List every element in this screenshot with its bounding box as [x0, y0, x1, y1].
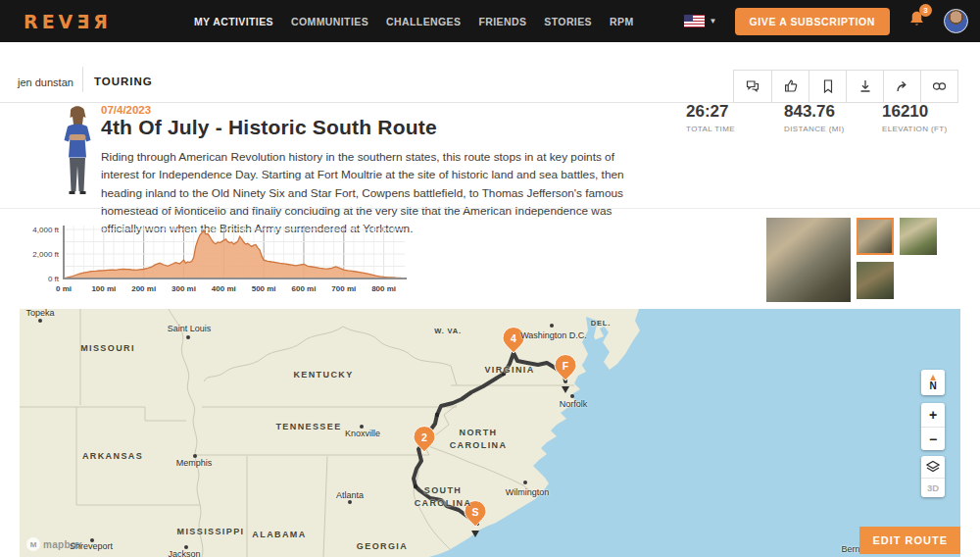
breadcrumb-username[interactable]: jen dunstan [18, 76, 74, 88]
rever-route-page: REVƎЯ MY ACTIVITIES COMMUNITIES CHALLENG… [0, 0, 980, 557]
svg-text:2: 2 [421, 431, 427, 443]
like-button[interactable] [771, 71, 808, 102]
mapbox-logo-icon: M [26, 537, 40, 551]
chevron-down-icon: ▼ [710, 17, 717, 25]
copy-link-button[interactable] [920, 71, 957, 102]
comments-button[interactable] [734, 71, 771, 102]
svg-text:4: 4 [511, 332, 516, 344]
bookmark-icon [820, 78, 836, 94]
route-photo-large[interactable] [766, 218, 851, 302]
compass-label: N [929, 380, 936, 391]
layers-button[interactable] [921, 456, 945, 478]
nav-item-challenges[interactable]: CHALLENGES [386, 16, 461, 27]
download-button[interactable] [846, 71, 883, 102]
us-flag-icon [684, 15, 705, 27]
compass-button[interactable]: N [921, 370, 945, 395]
comments-icon [745, 78, 760, 94]
svg-text:100 mi: 100 mi [91, 284, 116, 293]
svg-text:800 mi: 800 mi [371, 284, 396, 293]
divider [0, 102, 733, 103]
rever-logo[interactable]: REVƎЯ [24, 11, 112, 32]
zoom-in-button[interactable]: + [921, 403, 945, 427]
nav-item-rpm[interactable]: RPM [610, 16, 634, 27]
nav-right-cluster: ▼ GIVE A SUBSCRIPTION 3 [684, 8, 968, 35]
language-selector[interactable]: ▼ [684, 15, 717, 27]
share-button[interactable] [883, 71, 920, 102]
like-icon [783, 78, 799, 94]
elevation-chart: 0 ft2,000 ft4,000 ft0 mi100 mi200 mi300 … [24, 218, 412, 302]
zoom-controls: + − [921, 403, 945, 450]
bookmark-button[interactable] [808, 71, 846, 102]
svg-text:300 mi: 300 mi [172, 284, 196, 293]
rider-photo [57, 102, 98, 204]
svg-text:600 mi: 600 mi [292, 284, 317, 293]
map-delmarva [602, 309, 640, 370]
route-action-toolbar [733, 70, 958, 103]
divider [0, 208, 980, 209]
give-subscription-button[interactable]: GIVE A SUBSCRIPTION [735, 8, 890, 35]
map-land [20, 309, 614, 557]
mode-3d-button[interactable]: 3D [921, 478, 945, 497]
download-icon [858, 78, 873, 94]
share-icon [895, 78, 910, 94]
route-photo-thumb-3[interactable] [857, 262, 894, 299]
nav-item-communities[interactable]: COMMUNITIES [291, 16, 368, 27]
user-avatar[interactable] [944, 9, 968, 33]
route-photo-thumb-1[interactable] [857, 218, 894, 255]
layer-controls: 3D [921, 456, 945, 497]
zoom-out-button[interactable]: − [921, 427, 945, 450]
layers-icon [925, 460, 941, 474]
notification-badge: 3 [919, 4, 932, 17]
nav-item-stories[interactable]: STORIES [544, 16, 592, 27]
main-nav: MY ACTIVITIES COMMUNITIES CHALLENGES FRI… [194, 16, 634, 27]
edit-route-button[interactable]: EDIT ROUTE [859, 527, 960, 554]
route-date: 07/4/2023 [101, 104, 151, 116]
svg-text:4,000 ft: 4,000 ft [32, 226, 59, 234]
link-icon [931, 78, 948, 94]
notifications-button[interactable]: 3 [907, 10, 926, 32]
top-navbar: REVƎЯ MY ACTIVITIES COMMUNITIES CHALLENG… [0, 0, 980, 42]
stat-total-time: 26:27 TOTAL TIME [686, 102, 735, 133]
route-map[interactable]: S 2 4 F MISSOURI KENTUCKY TENNESSEE ARKA… [20, 309, 960, 557]
divider [82, 67, 83, 92]
svg-text:2,000 ft: 2,000 ft [32, 250, 59, 259]
stat-elevation: 16210 ELEVATION (FT) [882, 102, 948, 133]
svg-text:400 mi: 400 mi [212, 284, 236, 293]
svg-text:0 ft: 0 ft [48, 275, 60, 283]
page-title: 4th Of July - Historic South Route [101, 116, 437, 139]
stat-distance: 843.76 DISTANCE (MI) [784, 102, 845, 133]
map-attribution: M mapbox [26, 537, 82, 551]
svg-text:F: F [563, 360, 569, 372]
nav-item-my-activities[interactable]: MY ACTIVITIES [194, 16, 273, 27]
nav-item-friends[interactable]: FRIENDS [478, 16, 526, 27]
svg-text:0 mi: 0 mi [56, 284, 72, 293]
svg-text:500 mi: 500 mi [252, 284, 276, 293]
tab-touring[interactable]: TOURING [94, 76, 153, 87]
route-photo-thumb-2[interactable] [900, 218, 937, 255]
svg-text:700 mi: 700 mi [331, 284, 356, 293]
svg-text:200 mi: 200 mi [131, 284, 156, 293]
map-canvas: S 2 4 F [20, 309, 960, 557]
svg-text:S: S [471, 506, 478, 518]
